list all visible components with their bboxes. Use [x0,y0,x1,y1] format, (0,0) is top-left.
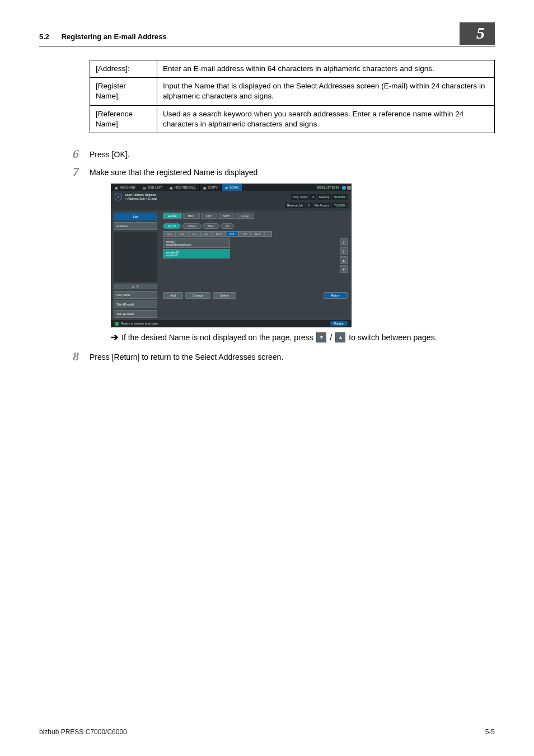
top-tab-machine[interactable]: ▣MACHINE [111,184,139,191]
sidebar-list-button[interactable]: List [114,213,157,220]
filter-atoz[interactable]: A to Z [163,223,181,229]
table-row: [Register Name]: Input the Name that is … [90,78,495,105]
step-6: 6 Press [OK]. [90,148,495,160]
note-mid: / [330,333,332,342]
rotation-button[interactable]: Rotation [330,321,348,326]
tab-email[interactable]: E-mail [163,213,182,219]
filter-row: A to Z Others Main All [163,223,348,229]
device-screen: ▣MACHINE ▤JOB LIST ▣HDD RECALL ▣COPY ✉SC… [111,184,352,327]
alpha-ps[interactable]: P-S [226,231,238,237]
note-post: to switch between pages. [349,333,437,342]
step-number: 6 [73,148,90,160]
list-icon: ▤ [143,186,146,190]
return-button[interactable]: Return [324,292,348,299]
device-datetime: 2009/11/27 09:54 [315,186,341,189]
entry-sub: sample-02 [166,254,227,257]
alpha-jl[interactable]: J-L [200,231,212,237]
page-down-icon[interactable]: ▼ [316,332,326,342]
sidebar-filename-button[interactable]: File Name [114,291,157,299]
delete-button[interactable]: Delete [213,292,236,299]
action-buttons: Add Change Delete Return [163,292,348,299]
top-tab-copy[interactable]: ▣COPY [200,184,222,191]
alpha-ac[interactable]: A-C [163,231,176,237]
filter-others[interactable]: Others [182,223,202,229]
footer-right: 5-5 [485,728,495,736]
printer-status-icon [115,322,119,326]
section-number: 5.2 [39,32,49,41]
device-sidebar: List Address ▲ ▼ File Name Title (E-mail… [111,210,160,320]
page-header: 5.2 Registering an E-mail Address 5 [39,22,495,46]
device-topbar: ▣MACHINE ▤JOB LIST ▣HDD RECALL ▣COPY ✉SC… [111,184,351,191]
page-up-button[interactable]: ▲ [340,256,348,264]
sidebar-spacer [114,232,157,282]
person-icon: ▣ [115,186,118,190]
nav-down-icon[interactable]: ▼ [136,285,139,288]
section-heading: 5.2 Registering an E-mail Address [39,22,167,41]
reserve-val: 0 [306,203,312,208]
table-row: [Reference Name] Used as a search keywor… [90,105,495,133]
alpha-df[interactable]: D-F [176,231,189,237]
device-infobar-2: Reserve Job 0 File Amount 76.603% [111,203,351,210]
alpha-gi[interactable]: G-I [189,231,200,237]
address-entry-selected[interactable]: sample-02 sample-02 [163,249,230,259]
help-icon[interactable] [347,186,351,190]
step-number: 8 [73,350,90,363]
chapter-number-tab: 5 [460,22,495,45]
page-up-icon[interactable]: ▲ [335,332,345,342]
section-title: Registering an E-mail Address [62,32,167,41]
nav-up-icon[interactable]: ▲ [132,285,135,288]
table-cell-desc: Enter an E-mail address within 64 charac… [157,60,495,78]
file-val: 76.603% [332,203,348,208]
field-description-table: [Address]: Enter an E-mail address withi… [90,60,495,133]
alpha-wz[interactable]: W-Z [251,231,264,237]
table-row: [Address]: Enter an E-mail address withi… [90,60,495,78]
status-text: Ready to receive print data [121,322,158,325]
alpha-mo[interactable]: M-O [212,231,226,237]
address-entry[interactable]: sample sample@example.com [163,238,230,248]
top-tab-scan[interactable]: ✉SCAN [222,184,243,191]
table-cell-label: [Reference Name] [90,105,157,133]
table-cell-desc: Input the Name that is displayed on the … [157,78,495,105]
sidebar-address-button[interactable]: Address [114,222,157,230]
footer-left: bizhub PRESS C7000/C6000 [39,728,127,736]
device-footer: Ready to receive print data Rotation [111,320,351,327]
alpha-tv[interactable]: T-V [238,231,251,237]
sidebar-text-email-button[interactable]: Text (E-mail) [114,310,157,318]
add-button[interactable]: Add [163,292,183,299]
page-content: [Address]: Enter an E-mail address withi… [39,60,495,363]
destination-type-tabs: E-mail HDD FTP SMB Group [163,213,348,219]
step-text: Make sure that the registered Name is di… [90,166,495,177]
tab-smb[interactable]: SMB [218,213,235,219]
device-infobar: i Scan Address Register < Address Edit >… [111,191,351,203]
table-cell-desc: Used as a search keyword when you search… [157,105,495,133]
note-pre: If the desired Name is not displayed on … [121,333,313,342]
sidebar-nav: ▲ ▼ [114,284,157,289]
tab-group[interactable]: Group [236,213,254,219]
reserve-label: Reserve Job [285,203,305,208]
memory-label: Memory [317,194,331,200]
memory-val: 99.003% [332,194,348,200]
address-entries: sample sample@example.com sample-02 samp… [163,238,348,259]
sub-note: ➔ If the desired Name is not displayed o… [111,332,495,342]
change-button[interactable]: Change [185,292,210,299]
tab-hdd[interactable]: HDD [183,213,200,219]
info-stats-2: Reserve Job 0 File Amount 76.603% [285,203,348,208]
step-7: 7 Make sure that the registered Name is … [90,166,495,178]
orig-count-val: 0 [310,194,316,200]
info-icon: i [115,194,121,200]
step-number: 7 [73,166,90,178]
page-down-button[interactable]: ▼ [340,265,348,273]
step-text: Press [OK]. [90,148,495,159]
filter-all[interactable]: All [221,223,234,229]
top-tab-hddrecall[interactable]: ▣HDD RECALL [166,184,200,191]
alpha-blank[interactable] [264,231,272,237]
page-nav-column: 1 1 ▲ ▼ [340,238,348,273]
step-text: Press [Return] to return to the Select A… [90,350,495,361]
arrow-right-icon: ➔ [111,332,118,342]
top-tab-joblist[interactable]: ▤JOB LIST [139,184,166,191]
filter-main[interactable]: Main [203,223,219,229]
page-current: 1 [340,238,348,246]
page-footer: bizhub PRESS C7000/C6000 5-5 [39,728,495,736]
tab-ftp[interactable]: FTP [201,213,217,219]
sidebar-title-email-button[interactable]: Title (E-mail) [114,300,157,308]
